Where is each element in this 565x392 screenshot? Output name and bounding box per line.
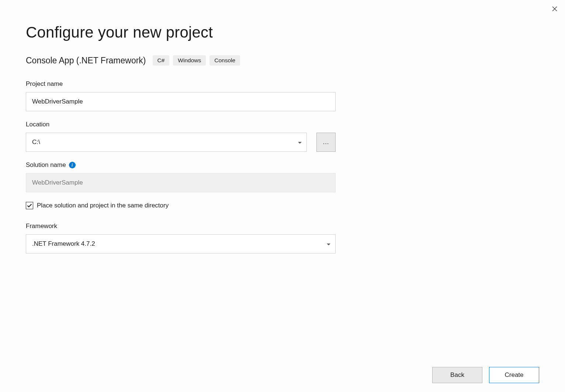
framework-field: Framework .NET Framework 4.7.2: [26, 223, 336, 253]
project-name-input[interactable]: [26, 92, 336, 111]
footer: Back Create: [432, 367, 539, 383]
page-title: Configure your new project: [26, 24, 539, 41]
info-icon[interactable]: i: [69, 162, 76, 168]
framework-input[interactable]: .NET Framework 4.7.2: [26, 234, 336, 253]
same-directory-row: Place solution and project in the same d…: [26, 202, 539, 209]
same-directory-checkbox[interactable]: [26, 202, 33, 209]
template-row: Console App (.NET Framework) C# Windows …: [26, 55, 539, 66]
framework-combo[interactable]: .NET Framework 4.7.2: [26, 234, 336, 253]
framework-label: Framework: [26, 223, 336, 230]
tag-type: Console: [209, 55, 240, 66]
solution-name-label-text: Solution name: [26, 161, 66, 169]
tag-language: C#: [153, 55, 170, 66]
solution-name-input: [26, 173, 336, 192]
solution-name-label: Solution name i: [26, 161, 336, 169]
tag-platform: Windows: [173, 55, 206, 66]
browse-button[interactable]: ...: [316, 133, 336, 152]
location-label: Location: [26, 121, 336, 128]
location-combo[interactable]: C:\: [26, 133, 307, 152]
template-tags: C# Windows Console: [153, 55, 240, 66]
close-button[interactable]: [551, 5, 558, 13]
solution-name-field: Solution name i: [26, 161, 336, 192]
location-field: Location C:\ ...: [26, 121, 336, 152]
location-input[interactable]: C:\: [26, 133, 307, 152]
check-icon: [27, 203, 32, 208]
same-directory-label[interactable]: Place solution and project in the same d…: [37, 202, 169, 209]
project-name-field: Project name: [26, 80, 336, 111]
project-name-label: Project name: [26, 80, 336, 88]
create-button[interactable]: Create: [489, 367, 539, 383]
template-name: Console App (.NET Framework): [26, 56, 146, 66]
back-button[interactable]: Back: [432, 367, 482, 383]
close-icon: [552, 6, 557, 11]
